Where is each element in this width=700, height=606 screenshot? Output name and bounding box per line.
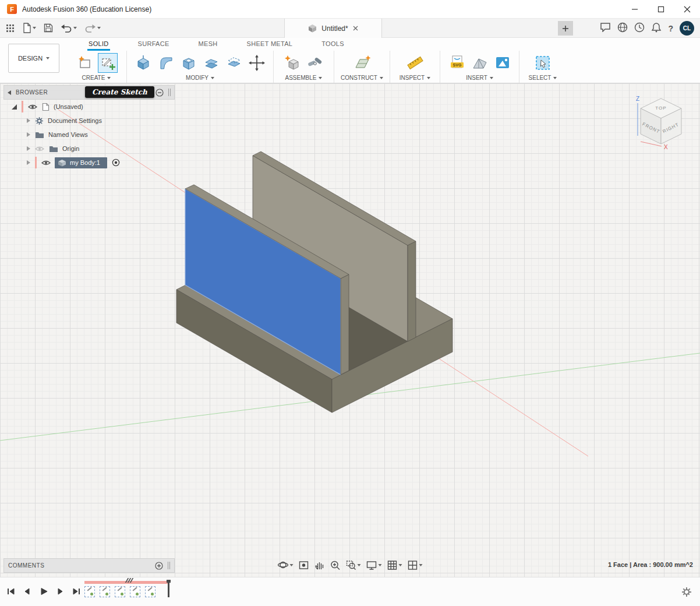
- new-tab-button[interactable]: [558, 21, 573, 36]
- panel-grip-icon[interactable]: [168, 562, 170, 569]
- job-status-icon[interactable]: [600, 22, 611, 34]
- browser-row-named-views[interactable]: Named Views: [3, 128, 175, 142]
- workspace-selector[interactable]: DESIGN: [8, 44, 59, 73]
- minimize-panel-icon[interactable]: [155, 89, 164, 97]
- tab-surface[interactable]: SURFACE: [137, 38, 171, 51]
- timeline-track[interactable]: [84, 581, 169, 597]
- inspect-menu[interactable]: INSPECT: [400, 74, 430, 82]
- create-sketch-button[interactable]: [98, 53, 118, 73]
- construction-plane-icon[interactable]: [352, 53, 372, 73]
- fillet-icon[interactable]: [156, 53, 176, 73]
- file-menu-button[interactable]: [22, 23, 36, 33]
- assemble-caret-icon: [319, 77, 322, 79]
- timeline-play-button[interactable]: [37, 585, 50, 598]
- undo-button[interactable]: [61, 23, 77, 33]
- timeline-sketch-feature[interactable]: [130, 586, 140, 597]
- browser-row-body[interactable]: my Body:1: [3, 156, 175, 170]
- new-component-icon[interactable]: [282, 53, 302, 73]
- eye-visible-icon[interactable]: [41, 160, 51, 166]
- workspace-caret-icon: [46, 57, 50, 59]
- expander-closed-icon[interactable]: [27, 118, 30, 123]
- browser-row-origin[interactable]: Origin: [3, 142, 175, 156]
- insert-mesh-icon[interactable]: [470, 53, 490, 73]
- shell-icon[interactable]: [179, 53, 199, 73]
- save-button[interactable]: [44, 23, 53, 33]
- select-tool-icon[interactable]: [533, 53, 553, 73]
- model-right-wall-end-face[interactable]: [408, 241, 416, 341]
- assemble-menu[interactable]: ASSEMBLE: [285, 74, 323, 82]
- document-settings-label: Document Settings: [48, 117, 102, 124]
- collapse-panel-icon[interactable]: [8, 90, 11, 95]
- document-tab[interactable]: Untitled*: [284, 19, 382, 38]
- model-body[interactable]: [176, 152, 452, 413]
- timeline-sketch-feature[interactable]: [145, 586, 155, 597]
- move-copy-icon[interactable]: [247, 53, 267, 73]
- add-comment-icon[interactable]: [155, 562, 163, 570]
- ground-target-icon[interactable]: [112, 158, 120, 167]
- expander-closed-icon[interactable]: [27, 160, 30, 165]
- redo-button[interactable]: [84, 23, 101, 33]
- create-menu[interactable]: CREATE: [82, 74, 111, 82]
- model-left-wall-end-face[interactable]: [341, 274, 349, 375]
- timeline-skip-start-button[interactable]: [5, 585, 17, 598]
- timeline-sketch-feature[interactable]: [84, 586, 95, 597]
- new-sketch-icon[interactable]: [75, 53, 95, 73]
- panel-grip-icon[interactable]: [168, 89, 171, 96]
- expander-closed-icon[interactable]: [27, 132, 30, 137]
- app-grid-icon[interactable]: [6, 24, 15, 33]
- history-clock-icon[interactable]: [634, 22, 645, 35]
- pan-icon[interactable]: [314, 560, 325, 570]
- timeline-sketch-feature[interactable]: [115, 586, 125, 597]
- grid-settings-icon[interactable]: [387, 560, 402, 570]
- construct-caret-icon: [380, 77, 383, 79]
- close-tab-icon[interactable]: [353, 26, 358, 31]
- measure-icon[interactable]: [405, 53, 425, 73]
- notifications-bell-icon[interactable]: [651, 22, 662, 35]
- user-avatar[interactable]: CL: [680, 21, 694, 36]
- timeline-sketch-feature[interactable]: [100, 586, 110, 597]
- combine-icon[interactable]: [201, 53, 221, 73]
- browser-row-document[interactable]: (Unsaved): [3, 100, 175, 114]
- view-cube[interactable]: Z TOP FRONT RIGHT X: [628, 90, 693, 158]
- viewport-canvas[interactable]: BROWSER (Unsaved) Document Settings: [0, 83, 700, 577]
- timeline-skip-end-button[interactable]: [70, 585, 83, 598]
- minimize-button[interactable]: [621, 0, 648, 19]
- comments-bar[interactable]: COMMENTS: [3, 558, 175, 573]
- expander-open-icon[interactable]: [12, 104, 17, 110]
- timeline-step-forward-button[interactable]: [54, 585, 66, 598]
- offset-face-icon[interactable]: [224, 53, 244, 73]
- zoom-icon[interactable]: [330, 560, 341, 570]
- web-icon[interactable]: [617, 22, 628, 35]
- eye-hidden-icon[interactable]: [35, 146, 44, 152]
- close-button[interactable]: [674, 0, 700, 19]
- z-axis-label: Z: [636, 96, 639, 102]
- browser-row-document-settings[interactable]: Document Settings: [3, 114, 175, 128]
- selected-body-node[interactable]: my Body:1: [55, 157, 107, 168]
- eye-visible-icon[interactable]: [28, 104, 37, 110]
- tab-solid[interactable]: SOLID: [87, 38, 110, 51]
- tab-sheet-metal[interactable]: SHEET METAL: [246, 38, 294, 51]
- inspect-caret-icon: [427, 77, 430, 79]
- timeline-playhead[interactable]: [168, 581, 169, 597]
- insert-svg-icon[interactable]: SVG: [447, 53, 467, 73]
- joint-icon[interactable]: [305, 53, 325, 73]
- tab-tools[interactable]: TOOLS: [320, 38, 345, 51]
- look-at-icon[interactable]: [299, 560, 309, 570]
- modify-menu[interactable]: MODIFY: [186, 74, 214, 82]
- select-menu[interactable]: SELECT: [529, 74, 557, 82]
- timeline-settings-gear-icon[interactable]: [680, 586, 693, 601]
- create-sketch-tooltip: Create Sketch: [85, 86, 154, 98]
- display-settings-icon[interactable]: [366, 560, 382, 570]
- tab-mesh[interactable]: MESH: [197, 38, 219, 51]
- construct-menu[interactable]: CONSTRUCT: [341, 74, 383, 82]
- viewports-icon[interactable]: [408, 560, 423, 570]
- timeline-step-back-button[interactable]: [21, 585, 34, 598]
- maximize-button[interactable]: [648, 0, 674, 19]
- insert-menu[interactable]: INSERT: [466, 74, 493, 82]
- press-pull-icon[interactable]: [133, 53, 153, 73]
- insert-canvas-icon[interactable]: [493, 53, 512, 73]
- help-icon[interactable]: ?: [668, 24, 673, 33]
- expander-closed-icon[interactable]: [27, 146, 30, 151]
- zoom-window-icon[interactable]: [346, 560, 361, 570]
- orbit-icon[interactable]: [278, 559, 294, 570]
